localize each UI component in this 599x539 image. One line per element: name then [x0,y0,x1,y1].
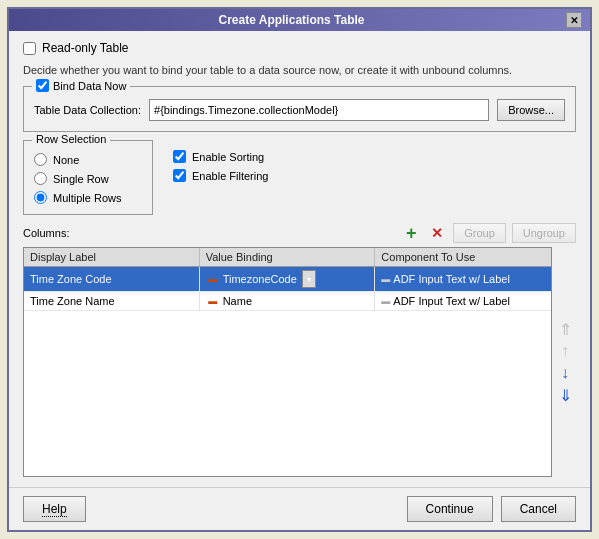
table-body: Time Zone Code ▬ TimezoneCode ▾ ▬ ADF In… [24,267,551,476]
radio-group: None Single Row Multiple Rows [34,153,142,204]
columns-table-wrapper: Display Label Value Binding Component To… [23,247,576,477]
dialog: Create Applications Table ✕ Read-only Ta… [7,7,592,532]
columns-label: Columns: [23,227,69,239]
radio-single-input[interactable] [34,172,47,185]
cell-display-1: Time Zone Code [24,267,200,291]
columns-table: Display Label Value Binding Component To… [23,247,552,477]
row-selection-title: Row Selection [32,133,110,145]
bind-data-content: Table Data Collection: Browse... [34,99,565,121]
description-text: Decide whether you want to bind your tab… [23,63,576,78]
browse-button[interactable]: Browse... [497,99,565,121]
add-column-button[interactable]: + [401,223,421,243]
row-selection-area: Row Selection None Single Row Multiple R… [23,140,576,215]
bind-data-group: Bind Data Now Table Data Collection: Bro… [23,86,576,132]
cell-binding-1: ▬ TimezoneCode ▾ [200,267,376,291]
sorting-checkbox[interactable] [173,150,186,163]
radio-multiple-label: Multiple Rows [53,192,121,204]
radio-multiple-input[interactable] [34,191,47,204]
bind-data-title: Bind Data Now [32,79,130,92]
bind-data-label: Bind Data Now [53,80,126,92]
arrow-buttons: ⇑ ↑ ↓ ⇓ [556,247,576,477]
move-up-button[interactable]: ↑ [556,342,574,360]
continue-button[interactable]: Continue [407,496,493,522]
cell-binding-2: ▬ Name [200,292,376,310]
filtering-checkbox[interactable] [173,169,186,182]
table-row[interactable]: Time Zone Code ▬ TimezoneCode ▾ ▬ ADF In… [24,267,551,292]
sorting-item: Enable Sorting [173,150,268,163]
cell-display-2: Time Zone Name [24,292,200,310]
group-button[interactable]: Group [453,223,506,243]
header-value-binding: Value Binding [200,248,376,266]
filtering-item: Enable Filtering [173,169,268,182]
move-top-button[interactable]: ⇑ [556,320,574,338]
radio-multiple: Multiple Rows [34,191,142,204]
dropdown-arrow-1[interactable]: ▾ [302,270,316,288]
component-icon-1: ▬ [381,274,390,284]
row-selection-group: Row Selection None Single Row Multiple R… [23,140,153,215]
close-button[interactable]: ✕ [566,12,582,28]
row2-value-binding: Name [223,295,252,307]
db-icon-1: ▬ [206,274,220,284]
bind-data-checkbox[interactable] [36,79,49,92]
readonly-row: Read-only Table [23,41,576,55]
collection-label: Table Data Collection: [34,104,141,116]
sort-filter-options: Enable Sorting Enable Filtering [173,150,268,182]
table-row[interactable]: Time Zone Name ▬ Name ▬ ADF Input Text w… [24,292,551,311]
readonly-checkbox[interactable] [23,42,36,55]
radio-none-input[interactable] [34,153,47,166]
cell-component-2: ▬ ADF Input Text w/ Label [375,292,551,310]
radio-none: None [34,153,142,166]
table-header: Display Label Value Binding Component To… [24,248,551,267]
radio-single-label: Single Row [53,173,109,185]
header-component: Component To Use [375,248,551,266]
footer-right: Continue Cancel [407,496,576,522]
row1-value-binding: TimezoneCode [223,273,297,285]
help-label: Help [42,502,67,517]
columns-header: Columns: + ✕ Group Ungroup [23,223,576,243]
title-bar: Create Applications Table ✕ [9,9,590,31]
sorting-label: Enable Sorting [192,151,264,163]
cell-component-1: ▬ ADF Input Text w/ Label [375,267,551,291]
row1-display-label: Time Zone Code [30,273,112,285]
component-icon-2: ▬ [381,296,390,306]
row2-component: ADF Input Text w/ Label [393,295,510,307]
cancel-button[interactable]: Cancel [501,496,576,522]
dialog-body: Read-only Table Decide whether you want … [9,31,590,487]
dialog-footer: Help Continue Cancel [9,487,590,530]
help-button[interactable]: Help [23,496,86,522]
readonly-label: Read-only Table [42,41,129,55]
move-bottom-button[interactable]: ⇓ [556,386,574,404]
collection-input[interactable] [149,99,489,121]
move-down-button[interactable]: ↓ [556,364,574,382]
db-icon-2: ▬ [206,296,220,306]
row2-display-label: Time Zone Name [30,295,115,307]
radio-single: Single Row [34,172,142,185]
columns-section: Columns: + ✕ Group Ungroup Display Label… [23,223,576,477]
dialog-title: Create Applications Table [17,13,566,27]
header-display-label: Display Label [24,248,200,266]
filtering-label: Enable Filtering [192,170,268,182]
ungroup-button[interactable]: Ungroup [512,223,576,243]
row1-component: ADF Input Text w/ Label [393,273,510,285]
remove-column-button[interactable]: ✕ [427,223,447,243]
radio-none-label: None [53,154,79,166]
